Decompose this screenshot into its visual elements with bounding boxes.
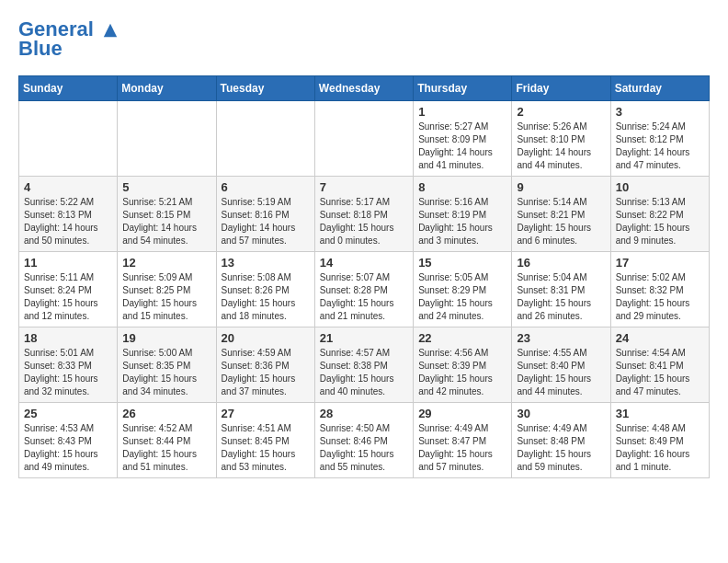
day-number: 16 — [517, 256, 605, 270]
logo: General Blue — [18, 18, 119, 61]
day-info: Sunrise: 5:19 AM Sunset: 8:16 PM Dayligh… — [222, 196, 310, 247]
day-number: 13 — [222, 256, 310, 270]
day-info: Sunrise: 4:53 AM Sunset: 8:43 PM Dayligh… — [24, 422, 112, 474]
page-header: General Blue — [18, 18, 710, 61]
calendar-cell: 20Sunrise: 4:59 AM Sunset: 8:36 PM Dayli… — [216, 327, 314, 403]
day-info: Sunrise: 5:21 AM Sunset: 8:15 PM Dayligh… — [122, 196, 210, 247]
calendar-cell: 9Sunrise: 5:14 AM Sunset: 8:21 PM Daylig… — [512, 177, 610, 252]
day-info: Sunrise: 4:48 AM Sunset: 8:49 PM Dayligh… — [616, 422, 704, 474]
day-number: 3 — [616, 105, 704, 119]
day-number: 11 — [24, 256, 112, 270]
day-info: Sunrise: 4:52 AM Sunset: 8:44 PM Dayligh… — [122, 422, 210, 474]
day-number: 27 — [222, 407, 310, 420]
day-info: Sunrise: 4:51 AM Sunset: 8:45 PM Dayligh… — [222, 422, 310, 474]
day-info: Sunrise: 4:54 AM Sunset: 8:41 PM Dayligh… — [616, 347, 704, 398]
day-info: Sunrise: 5:07 AM Sunset: 8:28 PM Dayligh… — [320, 271, 408, 323]
day-number: 14 — [320, 256, 408, 270]
calendar-cell — [314, 101, 413, 177]
day-number: 15 — [418, 256, 506, 270]
day-info: Sunrise: 5:09 AM Sunset: 8:25 PM Dayligh… — [122, 271, 210, 323]
day-info: Sunrise: 4:55 AM Sunset: 8:40 PM Dayligh… — [517, 347, 605, 398]
calendar-cell: 17Sunrise: 5:02 AM Sunset: 8:32 PM Dayli… — [610, 252, 709, 327]
calendar-cell: 29Sunrise: 4:49 AM Sunset: 8:47 PM Dayli… — [414, 403, 512, 478]
day-info: Sunrise: 4:56 AM Sunset: 8:39 PM Dayligh… — [418, 347, 506, 398]
day-number: 20 — [222, 331, 310, 345]
day-info: Sunrise: 4:49 AM Sunset: 8:48 PM Dayligh… — [517, 422, 605, 474]
calendar-cell: 12Sunrise: 5:09 AM Sunset: 8:25 PM Dayli… — [118, 252, 216, 327]
day-number: 31 — [616, 407, 704, 420]
day-info: Sunrise: 5:13 AM Sunset: 8:22 PM Dayligh… — [616, 196, 704, 247]
calendar-cell: 28Sunrise: 4:50 AM Sunset: 8:46 PM Dayli… — [314, 403, 413, 478]
weekday-header-tuesday: Tuesday — [216, 76, 314, 101]
weekday-header-friday: Friday — [512, 76, 610, 101]
calendar-cell: 27Sunrise: 4:51 AM Sunset: 8:45 PM Dayli… — [216, 403, 314, 478]
day-number: 24 — [616, 331, 704, 345]
day-number: 7 — [320, 180, 408, 194]
calendar-cell: 13Sunrise: 5:08 AM Sunset: 8:26 PM Dayli… — [216, 252, 314, 327]
calendar-cell: 10Sunrise: 5:13 AM Sunset: 8:22 PM Dayli… — [610, 177, 709, 252]
calendar-cell: 8Sunrise: 5:16 AM Sunset: 8:19 PM Daylig… — [414, 177, 512, 252]
day-info: Sunrise: 5:01 AM Sunset: 8:33 PM Dayligh… — [24, 347, 112, 398]
weekday-header-sunday: Sunday — [19, 76, 118, 101]
calendar-cell: 19Sunrise: 5:00 AM Sunset: 8:35 PM Dayli… — [118, 327, 216, 403]
calendar-cell: 24Sunrise: 4:54 AM Sunset: 8:41 PM Dayli… — [610, 327, 709, 403]
day-info: Sunrise: 5:11 AM Sunset: 8:24 PM Dayligh… — [24, 271, 112, 323]
day-number: 26 — [122, 407, 210, 420]
calendar-cell: 4Sunrise: 5:22 AM Sunset: 8:13 PM Daylig… — [19, 177, 118, 252]
day-info: Sunrise: 4:49 AM Sunset: 8:47 PM Dayligh… — [418, 422, 506, 474]
day-number: 17 — [616, 256, 704, 270]
day-number: 9 — [517, 180, 605, 194]
calendar-cell: 1Sunrise: 5:27 AM Sunset: 8:09 PM Daylig… — [414, 101, 512, 177]
calendar-cell: 26Sunrise: 4:52 AM Sunset: 8:44 PM Dayli… — [118, 403, 216, 478]
day-number: 23 — [517, 331, 605, 345]
day-info: Sunrise: 5:14 AM Sunset: 8:21 PM Dayligh… — [517, 196, 605, 247]
day-info: Sunrise: 5:24 AM Sunset: 8:12 PM Dayligh… — [616, 121, 704, 172]
calendar-cell: 2Sunrise: 5:26 AM Sunset: 8:10 PM Daylig… — [512, 101, 610, 177]
day-number: 30 — [517, 407, 605, 420]
calendar-cell: 11Sunrise: 5:11 AM Sunset: 8:24 PM Dayli… — [19, 252, 118, 327]
day-number: 4 — [24, 180, 112, 194]
calendar-cell — [216, 101, 314, 177]
day-info: Sunrise: 5:00 AM Sunset: 8:35 PM Dayligh… — [122, 347, 210, 398]
day-info: Sunrise: 5:26 AM Sunset: 8:10 PM Dayligh… — [517, 121, 605, 172]
calendar-cell: 6Sunrise: 5:19 AM Sunset: 8:16 PM Daylig… — [216, 177, 314, 252]
weekday-header-wednesday: Wednesday — [314, 76, 413, 101]
day-info: Sunrise: 5:04 AM Sunset: 8:31 PM Dayligh… — [517, 271, 605, 323]
day-number: 29 — [418, 407, 506, 420]
weekday-header-saturday: Saturday — [610, 76, 709, 101]
calendar-cell: 25Sunrise: 4:53 AM Sunset: 8:43 PM Dayli… — [19, 403, 118, 478]
calendar-cell: 21Sunrise: 4:57 AM Sunset: 8:38 PM Dayli… — [314, 327, 413, 403]
day-number: 25 — [24, 407, 112, 420]
calendar-cell: 18Sunrise: 5:01 AM Sunset: 8:33 PM Dayli… — [19, 327, 118, 403]
day-number: 8 — [418, 180, 506, 194]
day-number: 19 — [122, 331, 210, 345]
calendar-cell: 30Sunrise: 4:49 AM Sunset: 8:48 PM Dayli… — [512, 403, 610, 478]
day-info: Sunrise: 5:17 AM Sunset: 8:18 PM Dayligh… — [320, 196, 408, 247]
calendar-cell: 14Sunrise: 5:07 AM Sunset: 8:28 PM Dayli… — [314, 252, 413, 327]
day-number: 2 — [517, 105, 605, 119]
calendar-cell: 7Sunrise: 5:17 AM Sunset: 8:18 PM Daylig… — [314, 177, 413, 252]
calendar-cell: 15Sunrise: 5:05 AM Sunset: 8:29 PM Dayli… — [414, 252, 512, 327]
day-info: Sunrise: 5:08 AM Sunset: 8:26 PM Dayligh… — [222, 271, 310, 323]
calendar-cell — [19, 101, 118, 177]
calendar-cell: 22Sunrise: 4:56 AM Sunset: 8:39 PM Dayli… — [414, 327, 512, 403]
day-number: 5 — [122, 180, 210, 194]
calendar-cell — [118, 101, 216, 177]
day-info: Sunrise: 5:22 AM Sunset: 8:13 PM Dayligh… — [24, 196, 112, 247]
day-info: Sunrise: 4:59 AM Sunset: 8:36 PM Dayligh… — [222, 347, 310, 398]
day-info: Sunrise: 5:16 AM Sunset: 8:19 PM Dayligh… — [418, 196, 506, 247]
day-number: 21 — [320, 331, 408, 345]
day-number: 6 — [222, 180, 310, 194]
day-number: 1 — [418, 105, 506, 119]
day-number: 10 — [616, 180, 704, 194]
weekday-header-thursday: Thursday — [414, 76, 512, 101]
day-info: Sunrise: 5:05 AM Sunset: 8:29 PM Dayligh… — [418, 271, 506, 323]
calendar-cell: 23Sunrise: 4:55 AM Sunset: 8:40 PM Dayli… — [512, 327, 610, 403]
day-info: Sunrise: 4:57 AM Sunset: 8:38 PM Dayligh… — [320, 347, 408, 398]
calendar-cell: 31Sunrise: 4:48 AM Sunset: 8:49 PM Dayli… — [610, 403, 709, 478]
weekday-header-monday: Monday — [118, 76, 216, 101]
day-number: 28 — [320, 407, 408, 420]
day-number: 22 — [418, 331, 506, 345]
calendar-cell: 5Sunrise: 5:21 AM Sunset: 8:15 PM Daylig… — [118, 177, 216, 252]
day-number: 12 — [122, 256, 210, 270]
